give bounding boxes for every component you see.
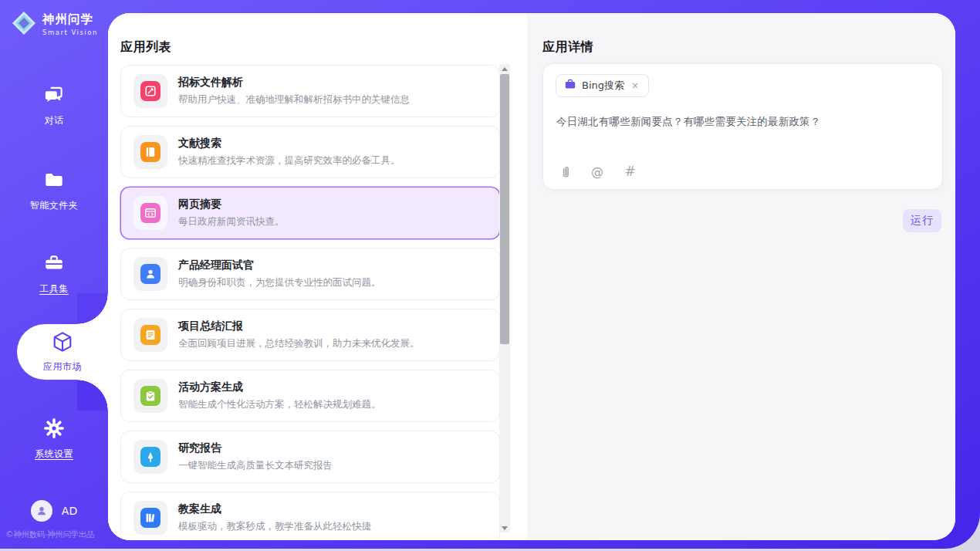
app-card-4[interactable]: 项目总结汇报全面回顾项目进展，总结经验教训，助力未来优化发展。 [120,309,500,361]
app-icon-tile [133,501,167,535]
brand-name: 神州问学 [42,13,98,26]
chip-close-icon[interactable]: × [630,79,640,92]
briefcase-icon [564,78,576,93]
interviewer-icon [140,264,161,284]
plan-icon [140,386,161,406]
research-icon [140,447,161,467]
app-card-desc: 模板驱动，教案秒成，教学准备从此轻松快捷 [178,520,371,533]
app-card-0[interactable]: 招标文件解析帮助用户快速、准确地理解和解析招标书中的关键信息 [120,65,500,117]
composer-toolbar: @ # [556,163,638,180]
app-icon-tile [133,196,167,230]
app-card-title: 研究报告 [178,441,333,455]
book-icon [140,142,161,162]
app-card-desc: 全面回顾项目进展，总结经验教训，助力未来优化发展。 [178,337,420,350]
app-card-3[interactable]: 产品经理面试官明确身份和职责，为您提供专业性的面试问题。 [120,248,500,300]
query-composer[interactable]: Bing搜索 × 今日湖北有哪些新闻要点？有哪些需要关注的最新政策？ @ # [542,63,943,190]
chat-icon [42,83,66,110]
toolbox-icon [42,252,66,278]
app-card-desc: 一键智能生成高质量长文本研究报告 [178,459,333,472]
active-tab-curve-bottom [77,380,108,411]
app-card-title: 网页摘要 [178,198,285,211]
app-card-title: 项目总结汇报 [178,319,420,333]
brand-diamond-icon [11,10,37,39]
app-detail-title: 应用详情 [542,39,593,56]
app-icon-tile [133,318,167,352]
sidebar-item-4[interactable]: 系统设置 [0,417,108,461]
attachment-icon[interactable] [556,163,573,180]
app-card-7[interactable]: 教案生成模板驱动，教案秒成，教学准备从此轻松快捷 [120,492,500,540]
folder-icon [42,168,66,194]
mention-icon[interactable]: @ [589,163,606,180]
app-card-title: 产品经理面试官 [178,259,381,272]
app-card-desc: 每日政府新闻资讯快查。 [178,215,285,228]
app-card-desc: 智能生成个性化活动方案，轻松解决规划难题。 [178,398,381,411]
scroll-up-arrow-icon[interactable] [499,64,510,73]
tool-chip-bing-search[interactable]: Bing搜索 × [556,74,649,97]
webpage-icon [140,203,161,223]
sidebar-item-1[interactable]: 智能文件夹 [0,168,108,212]
report-icon [140,325,161,345]
cube-icon [51,330,74,357]
main-content: 应用列表 招标文件解析帮助用户快速、准确地理解和解析招标书中的关键信息文献搜索快… [108,13,955,540]
brand-subtitle: Smart Vision [42,29,98,36]
topic-icon[interactable]: # [621,163,638,180]
app-icon-tile [133,74,167,108]
sidebar-item-label: 应用市场 [43,360,82,374]
active-tab-curve-top [77,293,108,324]
app-icon-tile [133,135,167,169]
sidebar: 神州问学 Smart Vision 对话智能文件夹工具集应用市场系统设置 AD … [0,0,108,549]
gear-icon [42,417,66,443]
scroll-down-arrow-icon[interactable] [499,523,510,532]
app-card-2[interactable]: 网页摘要每日政府新闻资讯快查。 [120,187,500,239]
scrollbar-thumb[interactable] [500,74,509,344]
app-card-6[interactable]: 研究报告一键智能生成高质量长文本研究报告 [120,431,500,483]
person-icon [35,504,49,518]
brand-logo: 神州问学 Smart Vision [11,10,98,39]
app-card-title: 招标文件解析 [178,76,410,89]
app-card-desc: 帮助用户快速、准确地理解和解析招标书中的关键信息 [178,93,410,106]
app-card-desc: 明确身份和职责，为您提供专业性的面试问题。 [178,276,381,289]
sidebar-item-2[interactable]: 工具集 [0,252,108,296]
user-row[interactable]: AD [0,500,108,522]
app-icon-tile [133,257,167,291]
app-icon-tile [133,379,167,413]
edit-doc-icon [140,81,161,101]
app-list-panel: 应用列表 招标文件解析帮助用户快速、准确地理解和解析招标书中的关键信息文献搜索快… [108,13,527,540]
sidebar-item-label: 系统设置 [35,448,73,461]
app-icon-tile [133,440,167,474]
lesson-icon [140,508,161,528]
query-text[interactable]: 今日湖北有哪些新闻要点？有哪些需要关注的最新政策？ [556,115,821,129]
app-card-title: 文献搜索 [178,137,400,150]
sidebar-item-label: 工具集 [39,282,69,296]
app-list: 招标文件解析帮助用户快速、准确地理解和解析招标书中的关键信息文献搜索快速精准查找… [120,65,500,540]
copyright-footer: ©神州数码·神州问学出品 [5,529,106,540]
run-button[interactable]: 运行 [903,209,941,232]
app-list-title: 应用列表 [120,39,171,56]
app-card-5[interactable]: 活动方案生成智能生成个性化活动方案，轻松解决规划难题。 [120,370,500,422]
sidebar-item-3[interactable]: 应用市场 [17,324,108,380]
sidebar-item-label: 智能文件夹 [30,199,79,212]
app-card-title: 活动方案生成 [178,380,381,394]
sidebar-item-0[interactable]: 对话 [0,83,108,127]
app-card-desc: 快速精准查找学术资源，提高研究效率的必备工具。 [178,154,400,167]
app-list-scrollbar[interactable] [499,64,510,532]
avatar[interactable] [31,500,52,522]
app-card-title: 教案生成 [178,502,371,516]
app-detail-panel: 应用详情 Bing搜索 × 今日湖北有哪些新闻要点？有哪些需要关注的最新政策？ … [527,13,955,540]
app-card-1[interactable]: 文献搜索快速精准查找学术资源，提高研究效率的必备工具。 [120,126,500,178]
user-initials: AD [62,505,77,517]
sidebar-item-label: 对话 [45,114,64,127]
tool-chip-label: Bing搜索 [582,79,624,93]
